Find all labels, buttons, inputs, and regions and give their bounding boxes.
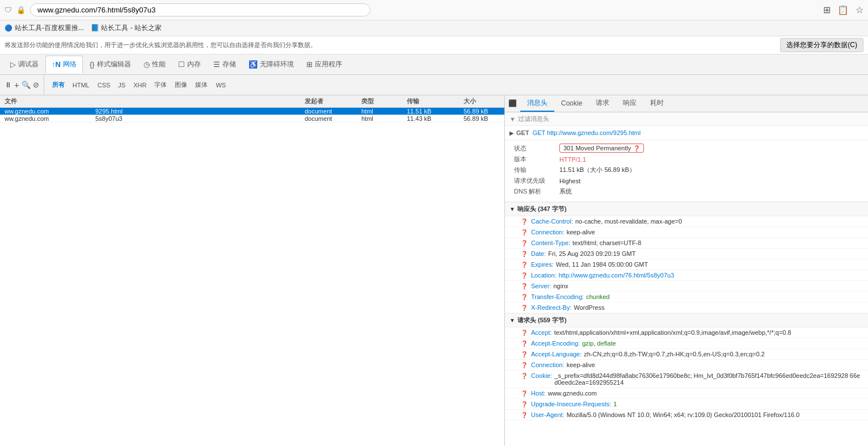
- resp-transfer-encoding: ❓ Transfer-Encoding: chunked: [505, 292, 868, 302]
- bookmark-icon[interactable]: 📋: [837, 5, 849, 15]
- col-header-type: 类型: [357, 97, 402, 106]
- q-icon-8[interactable]: ❓: [521, 294, 528, 300]
- q-icon-1[interactable]: ❓: [521, 218, 528, 225]
- resp-connection: ❓ Connection: keep-alive: [505, 227, 868, 238]
- q-icon-6[interactable]: ❓: [521, 272, 528, 279]
- q-icon-r1[interactable]: ❓: [521, 330, 528, 336]
- q-icon-3[interactable]: ❓: [521, 240, 528, 246]
- status-value-priority: Highest: [559, 178, 580, 184]
- req-accept-language: ❓ Accept-Language: zh-CN,zh;q=0.8,zh-TW;…: [505, 349, 868, 360]
- search-icon[interactable]: 🔍: [22, 81, 31, 89]
- status-value-transfer: 11.51 kB（大小 56.89 kB）: [559, 166, 635, 174]
- bookmark-item-1[interactable]: 🔵 站长工具-百度权重推...: [5, 23, 84, 33]
- filter-all[interactable]: 所有: [49, 79, 68, 90]
- filter-xhr[interactable]: XHR: [130, 81, 150, 90]
- get-request-line[interactable]: ▶ GET GET http://www.gznedu.com/9295.htm…: [505, 126, 868, 140]
- tab-storage[interactable]: ☰ 存储: [208, 56, 242, 73]
- filter-css[interactable]: CSS: [94, 81, 114, 90]
- devtools-body: 文件 发起者 类型 传输 大小 ww.gznedu.com 9295.html …: [0, 95, 868, 446]
- status-row-version: 版本 HTTP/1.1: [514, 155, 859, 163]
- tab-network[interactable]: ↑N 网络: [45, 56, 83, 73]
- row2-transfer: 11.43 kB: [402, 115, 459, 122]
- lock-icon: 🔒: [16, 6, 26, 14]
- devtools-main-toolbar: ⏸ + 🔍 ⊘ 所有 HTML CSS JS XHR 字体 图像 媒体 WS: [0, 75, 868, 95]
- request-headers-section[interactable]: ▼ 请求头 (559 字节): [505, 313, 868, 327]
- browser-actions: ⊞ 📋 ☆: [823, 5, 863, 15]
- tab-cookie[interactable]: Cookie: [554, 96, 589, 111]
- q-icon-r3[interactable]: ❓: [521, 351, 528, 357]
- q-icon-7[interactable]: ❓: [521, 283, 528, 289]
- bookmark-item-2[interactable]: 📘 站长工具 - 站长之家: [91, 23, 162, 33]
- q-icon-2[interactable]: ❓: [521, 229, 528, 235]
- tab-style-editor[interactable]: {} 样式编辑器: [84, 56, 137, 73]
- filter-js[interactable]: JS: [115, 81, 129, 90]
- q-icon-r2[interactable]: ❓: [521, 340, 528, 347]
- q-icon-r6[interactable]: ❓: [521, 390, 528, 397]
- star-icon[interactable]: ☆: [856, 5, 863, 15]
- block-icon[interactable]: ⊘: [33, 81, 39, 89]
- html-filter-types: 所有 HTML CSS JS XHR 字体 图像 媒体 WS: [44, 79, 234, 90]
- tab-timing[interactable]: 耗时: [643, 95, 671, 112]
- row2-initiator: document: [300, 115, 357, 122]
- row1-size: 56.89 kB: [459, 108, 504, 115]
- status-row-state: 状态 301 Moved Permanently ❓: [514, 144, 859, 153]
- col-header-file: 文件: [0, 97, 91, 106]
- status-label-priority: 请求优先级: [514, 176, 559, 185]
- q-icon-r8[interactable]: ❓: [521, 412, 528, 418]
- tab-debugger[interactable]: ▷ 调试器: [5, 56, 44, 73]
- row1-domain: ww.gznedu.com: [0, 108, 91, 115]
- address-input[interactable]: www.gznedu.com/76.html/5s8y07u3: [30, 3, 370, 16]
- q-icon-9[interactable]: ❓: [521, 305, 528, 311]
- request-headers-title: 请求头 (559 字节): [517, 316, 567, 325]
- resp-location: ❓ Location: http://www.gznedu.com/76.htm…: [505, 270, 868, 281]
- tab-memory[interactable]: ☐ 内存: [172, 56, 207, 73]
- response-headers-section[interactable]: ▼ 响应头 (347 字节): [505, 202, 868, 216]
- add-icon[interactable]: +: [14, 80, 19, 90]
- req-accept: ❓ Accept: text/html,application/xhtml+xm…: [505, 327, 868, 338]
- row2-domain: ww.gznedu.com: [0, 115, 91, 122]
- req-accept-encoding: ❓ Accept-Encoding: gzip, deflate: [505, 338, 868, 349]
- share-data-button[interactable]: 选择您要分享的数据(C): [780, 38, 863, 52]
- network-row-2[interactable]: ww.gznedu.com 5s8y07u3 document html 11.…: [0, 115, 504, 123]
- filter-html[interactable]: HTML: [69, 81, 93, 90]
- bookmarks-bar: 🔵 站长工具-百度权重推... 📘 站长工具 - 站长之家: [0, 20, 868, 36]
- status-value-dns: 系统: [559, 187, 572, 196]
- filter-font[interactable]: 字体: [151, 79, 170, 90]
- resp-content-type: ❓ Content-Type: text/html; charset=UTF-8: [505, 238, 868, 249]
- q-icon-4[interactable]: ❓: [521, 251, 528, 257]
- q-icon-r4[interactable]: ❓: [521, 362, 528, 368]
- pause-icon[interactable]: ⏸: [5, 81, 12, 89]
- location-link[interactable]: http://www.gznedu.com/76.html/5s8y07u3: [559, 272, 675, 279]
- status-section: 状态 301 Moved Permanently ❓ 版本 HTTP/1.1 传…: [505, 140, 868, 202]
- tab-message-headers[interactable]: 消息头: [520, 95, 554, 112]
- extensions-icon[interactable]: ⊞: [823, 5, 831, 15]
- debugger-icon: ▷: [10, 60, 16, 69]
- application-icon: ⊞: [306, 60, 313, 69]
- row1-initiator: document: [300, 108, 357, 115]
- tab-accessibility[interactable]: ♿ 无障碍环境: [243, 56, 300, 73]
- q-icon-r7[interactable]: ❓: [521, 401, 528, 407]
- q-icon-r5[interactable]: ❓: [521, 373, 528, 379]
- tab-request[interactable]: 请求: [589, 95, 616, 112]
- address-bar: 🛡 🔒 www.gznedu.com/76.html/5s8y07u3 ⊞ 📋 …: [0, 0, 868, 20]
- req-cookie: ❓ Cookie: _s_prefix=dfd8d244d98fa8abc763…: [505, 371, 868, 388]
- bookmark-label-1: 站长工具-百度权重推...: [15, 23, 84, 33]
- tab-response-icon[interactable]: ⬛: [505, 96, 520, 111]
- bookmark-label-2: 📘 站长工具 - 站长之家: [91, 23, 162, 33]
- get-method: GET: [516, 129, 529, 136]
- resp-date: ❓ Date: Fri, 25 Aug 2023 09:20:19 GMT: [505, 249, 868, 259]
- network-table-header: 文件 发起者 类型 传输 大小: [0, 95, 504, 108]
- tab-performance[interactable]: ◷ 性能: [138, 56, 171, 73]
- status-row-dns: DNS 解析 系统: [514, 187, 859, 196]
- filter-ws[interactable]: WS: [212, 81, 229, 90]
- tab-application[interactable]: ⊞ 应用程序: [301, 56, 348, 73]
- network-row-1[interactable]: ww.gznedu.com 9295.html document html 11…: [0, 108, 504, 115]
- filter-media[interactable]: 媒体: [192, 79, 211, 90]
- status-badge[interactable]: 301 Moved Permanently ❓: [559, 144, 644, 153]
- filter-image[interactable]: 图像: [171, 79, 191, 90]
- info-bar-text: 将发送部分功能的使用情况给我们，用于进一步优化火狐浏览器的易用性，您可以自由选择…: [5, 41, 317, 49]
- collapse-arrow: ▶: [509, 130, 514, 136]
- tab-response[interactable]: 响应: [616, 95, 643, 112]
- row2-size: 56.89 kB: [459, 115, 504, 122]
- q-icon-5[interactable]: ❓: [521, 262, 528, 268]
